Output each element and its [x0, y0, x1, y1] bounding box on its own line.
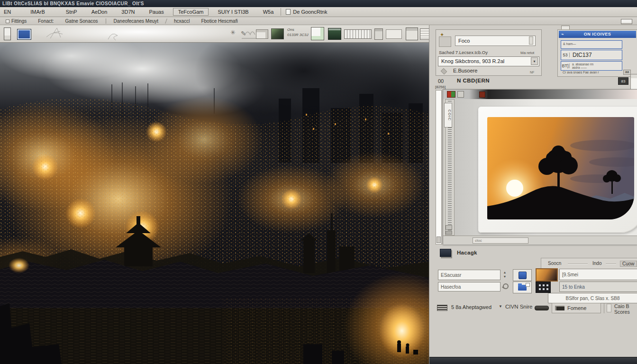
eyedropper-icon[interactable] [501, 282, 508, 290]
layers-panel-icon[interactable] [328, 28, 341, 40]
dropdown-arrow-icon[interactable]: ▼ [531, 57, 538, 65]
status-field[interactable]: ctoc [473, 237, 528, 244]
menu-separator [165, 18, 167, 24]
menu2-scenes[interactable]: Daneofecanes Meuyt [108, 18, 164, 24]
vertical-scrollbar[interactable] [436, 90, 442, 245]
section-subtitle: [8256] [435, 85, 446, 89]
monitor-icon [440, 249, 451, 257]
keyboard-grid-icon[interactable] [344, 29, 372, 39]
toggle-label[interactable]: 5 8a Aheptagwed [451, 304, 491, 310]
slider-field[interactable] [438, 282, 500, 291]
section-side-button[interactable]: 83 [618, 77, 628, 85]
name-input[interactable] [455, 36, 536, 46]
divider [604, 303, 604, 313]
profile-dropdown[interactable]: Knog Sikbctrons, 903 R.2al [438, 56, 539, 66]
tab-divider [568, 264, 588, 264]
table-toggle-icon[interactable] [437, 305, 447, 311]
source-label: Sached 7.Lecsex.tcb.Oy [439, 50, 488, 55]
menu2-format[interactable]: Fonact: [32, 18, 59, 24]
main-canvas-image[interactable] [0, 43, 429, 364]
output-thumbnail[interactable] [536, 268, 558, 282]
size-field[interactable] [559, 269, 637, 280]
close-icon[interactable] [479, 91, 485, 98]
sketch-decoration [27, 25, 274, 42]
menu2-game-sounds[interactable]: Gatne Sonacos [60, 18, 104, 24]
document-icon [286, 9, 291, 15]
profile-item-label[interactable]: E.Busoere [453, 68, 477, 73]
bottom-status-strip [429, 357, 637, 364]
export-document-icon[interactable] [311, 27, 324, 40]
tab-divider [606, 264, 616, 264]
spinner-icon[interactable]: ▲▼ [501, 270, 508, 281]
tab-cuow[interactable]: Cuow [620, 261, 637, 267]
menu-style[interactable]: SUIY I STI3B [210, 8, 255, 16]
source-label-right: Ma retot [520, 51, 534, 55]
action-button[interactable]: Fomene [552, 303, 601, 313]
new-file-icon[interactable] [4, 27, 11, 40]
dialog-caption: Cr ava snaes Fae avan r [563, 71, 599, 74]
vertical-tab[interactable]: COIC [444, 103, 452, 127]
menu-selected[interactable]: TeFcoGam [173, 8, 209, 16]
menu-image[interactable]: IMArB [23, 8, 52, 16]
dialog-row-3[interactable]: BT] a. abasanae rm asdra —— [561, 61, 622, 71]
sunset-preview-image [487, 117, 634, 219]
info-field[interactable] [559, 282, 637, 292]
scroll-thumb[interactable] [437, 237, 441, 243]
score-field[interactable]: Caio B Scores [614, 303, 637, 315]
dialog-row2-label: DtC137 [570, 52, 592, 58]
menu-bookmark[interactable]: De GooncRtnk [281, 8, 334, 16]
history-panel-icon[interactable] [406, 27, 418, 40]
progress-pill [535, 306, 549, 310]
swatch-chip[interactable] [439, 36, 451, 47]
inspector-panel: ✦ Sached 7.Lecsex.tcb.Oy Ma retot Knog S… [436, 29, 542, 76]
tab-soocn[interactable]: Soocn [548, 261, 561, 266]
menu-setup[interactable]: StnP [59, 8, 84, 16]
menu-3d[interactable]: 3D7N [114, 8, 142, 16]
path-field[interactable] [548, 293, 637, 303]
dialog-titlebar[interactable]: ⌁ ON ICOIVES [559, 31, 636, 38]
combo-arrow-icon: ▼ [499, 304, 502, 309]
calculator-icon[interactable] [374, 28, 383, 40]
preview-page [478, 107, 637, 233]
tab-indo[interactable]: Indo [592, 261, 601, 266]
image-tool-icon[interactable] [17, 29, 31, 40]
dialog-row-2[interactable]: 53 DtC137 [561, 50, 622, 60]
minimize-icon[interactable] [457, 91, 464, 98]
flag-icon [555, 306, 564, 310]
menu2-settings[interactable]: Fittings [0, 18, 32, 24]
pencil-tool-icon[interactable]: ✎ [241, 30, 246, 37]
dialog-row3-line2: asdra —— [572, 66, 587, 69]
blue-swatch-icon [519, 272, 527, 279]
dialog-row-1[interactable]: & ham— [561, 40, 622, 49]
menu2-profile[interactable]: Fbotice Hescmafi [195, 18, 243, 24]
menu-file[interactable]: EN [0, 8, 15, 16]
name-output-field[interactable] [438, 270, 500, 280]
dialog-row3-line1: a. abasanae rm [572, 63, 593, 66]
ruler-tool-icon[interactable] [446, 225, 452, 230]
preview-titlebar[interactable] [443, 90, 637, 99]
dialog-caption-button[interactable]: aa [623, 70, 631, 75]
menu-separator [106, 18, 106, 24]
star-tool-icon[interactable]: ✳ [230, 29, 236, 36]
burning-city-scene [0, 43, 429, 364]
ruler-tool-icon-2[interactable] [446, 231, 452, 235]
men2-inspect[interactable]: hcxaccl [168, 18, 195, 24]
menu-pages[interactable]: Pauas [142, 8, 171, 16]
menu-action[interactable]: AeDon [84, 8, 115, 16]
grid-icon: BT] [561, 64, 570, 68]
panel-tool-icon[interactable] [256, 29, 268, 39]
engine-combo[interactable]: CIVN Snire [505, 304, 533, 309]
dialog-title: ON ICOIVES [584, 32, 611, 36]
save-folder-button[interactable] [513, 282, 532, 293]
color-mode-button[interactable] [513, 269, 532, 281]
checkbox-icon [6, 19, 9, 23]
mini-ruler-icon [607, 304, 611, 312]
field-scroll-thumb[interactable] [529, 36, 533, 45]
action-button-label: Fomene [567, 305, 586, 311]
pixel-grid-button[interactable] [536, 282, 551, 293]
window-resize-button[interactable] [621, 19, 632, 24]
secondary-menu-bar: Fittings Fonact: Gatne Sonacos Daneofeca… [0, 17, 637, 25]
blank-panel-icon[interactable] [386, 29, 402, 39]
menu-view[interactable]: W5a [256, 8, 281, 16]
texture-thumbnail-icon[interactable] [271, 28, 284, 39]
